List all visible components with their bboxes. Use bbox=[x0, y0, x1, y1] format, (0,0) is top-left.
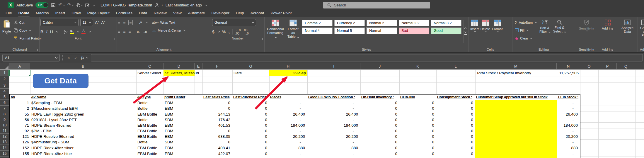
cell-D11[interactable]: EBM bbox=[163, 128, 195, 134]
cell-B9[interactable]: 0291881- Lysol 28oz PET bbox=[30, 117, 137, 123]
cell-I7[interactable]: - bbox=[307, 106, 361, 111]
cell-F9[interactable]: 176.42 bbox=[202, 117, 233, 123]
cell-M14[interactable] bbox=[475, 145, 557, 151]
search-input[interactable]: Search bbox=[323, 2, 430, 8]
cell-I11[interactable]: - bbox=[307, 128, 361, 134]
column-header-L[interactable]: L bbox=[436, 63, 475, 69]
cell-G10[interactable]: 0 bbox=[232, 122, 270, 128]
row-header-11[interactable]: 11 bbox=[0, 128, 9, 134]
cell-M1[interactable]: Total Stock / Physical Invenotry bbox=[475, 70, 557, 76]
increase-decimal-icon[interactable]: ←.0.00 bbox=[235, 29, 241, 35]
cell-G1[interactable]: Date bbox=[232, 70, 269, 76]
cell-F13[interactable]: 0 bbox=[202, 139, 233, 145]
cell-F5[interactable]: Last sales Price bbox=[202, 94, 233, 100]
cell-A13[interactable]: 126 bbox=[9, 139, 30, 145]
cell-K11[interactable]: 0 bbox=[399, 128, 437, 134]
column-header-C[interactable]: C bbox=[136, 63, 163, 69]
cell-N12[interactable]: 20,200 bbox=[557, 134, 580, 140]
cell-B7[interactable]: $Maschinenstillstand EBM bbox=[30, 106, 137, 111]
cell-G6[interactable]: 0 bbox=[232, 100, 270, 106]
style-item-normal-2-2[interactable]: Normal 2 2 bbox=[399, 20, 429, 26]
paste-button[interactable]: Paste bbox=[1, 18, 12, 46]
cell-E12[interactable] bbox=[195, 134, 203, 140]
accounting-format-button[interactable]: $ bbox=[212, 30, 214, 34]
bold-button[interactable]: B bbox=[40, 30, 43, 34]
cell-A16[interactable] bbox=[9, 157, 30, 158]
addins-button[interactable]: Add-ins bbox=[600, 18, 615, 46]
cell-F15[interactable]: 422.07 bbox=[202, 151, 233, 157]
cell-E9[interactable] bbox=[195, 117, 203, 123]
cell-L14[interactable]: 0 bbox=[436, 145, 476, 151]
font-size-select[interactable]: 11 bbox=[80, 19, 93, 26]
tab-developer[interactable]: Developer bbox=[208, 10, 233, 16]
row-header-3[interactable]: 3 bbox=[0, 82, 9, 89]
style-item-normal-5[interactable]: Normal 5 bbox=[334, 28, 365, 34]
cell-J11[interactable]: 0 bbox=[360, 128, 400, 134]
cell-B13[interactable]: $Abmusterung - SBM bbox=[30, 139, 137, 145]
styles-gallery-scroll[interactable] bbox=[463, 20, 467, 43]
cell-C13[interactable]: Bottle bbox=[136, 139, 164, 145]
cell-G11[interactable]: 0 bbox=[232, 128, 270, 134]
increase-indent-icon[interactable]: ⇥ bbox=[143, 30, 147, 34]
save-icon[interactable] bbox=[51, 3, 56, 7]
cell-N10[interactable]: 184,000 bbox=[557, 122, 580, 128]
cell-H7[interactable]: - bbox=[269, 106, 308, 111]
cell-B5[interactable]: AV Name bbox=[30, 94, 137, 100]
style-item-normal[interactable]: Normal bbox=[367, 28, 397, 34]
cell-G16[interactable] bbox=[232, 157, 270, 158]
row-header-16[interactable]: 16 bbox=[0, 157, 9, 158]
cell-J5[interactable]: On-Hold Inventory : bbox=[360, 94, 400, 100]
cell-N16[interactable] bbox=[557, 157, 580, 158]
touch-mode-icon[interactable] bbox=[76, 3, 83, 7]
copy-button[interactable]: Copy bbox=[12, 27, 43, 34]
align-middle-icon[interactable]: ≡ bbox=[123, 20, 125, 25]
row-header-2[interactable]: 2 bbox=[0, 76, 9, 82]
cell-N5[interactable]: TT in Stock : bbox=[557, 94, 580, 100]
cell-L6[interactable]: 0 bbox=[436, 100, 476, 106]
tab-formulas[interactable]: Formulas bbox=[113, 10, 136, 16]
cut-button[interactable]: Cut bbox=[12, 19, 43, 26]
font-dialog-launcher-icon[interactable] bbox=[113, 38, 115, 40]
wrap-text-button[interactable]: ab↩Wrap Text bbox=[150, 19, 187, 26]
cell-F6[interactable]: 0 bbox=[202, 100, 233, 106]
cell-M16[interactable] bbox=[475, 157, 557, 158]
row-header-15[interactable]: 15 bbox=[0, 151, 9, 157]
cell-F12[interactable]: 638.05 bbox=[202, 134, 233, 140]
cell-E14[interactable] bbox=[195, 145, 203, 151]
cell-L15[interactable]: 0 bbox=[436, 151, 476, 157]
column-header-G[interactable]: G bbox=[232, 63, 269, 69]
cell-F7[interactable]: 0 bbox=[202, 106, 233, 111]
cell-N6[interactable]: - bbox=[557, 100, 580, 106]
cell-I9[interactable]: - bbox=[307, 117, 361, 123]
format-as-table-button[interactable]: Format asTable bbox=[285, 18, 301, 46]
underline-button[interactable]: U bbox=[50, 30, 53, 34]
column-header-N[interactable]: N bbox=[557, 63, 580, 69]
cell-L5[interactable]: Consignment Stock : bbox=[436, 94, 476, 100]
cell-L11[interactable]: 0 bbox=[436, 128, 476, 134]
style-item-good[interactable]: Good bbox=[431, 28, 461, 34]
cell-C16[interactable] bbox=[136, 157, 164, 158]
column-header-B[interactable]: B bbox=[30, 63, 136, 69]
font-color-button[interactable]: A bbox=[81, 30, 86, 34]
cell-E10[interactable] bbox=[195, 122, 203, 128]
adobe-create-pdf-button[interactable]: Creaa PD bbox=[639, 18, 644, 46]
name-box[interactable]: A1 bbox=[2, 54, 60, 61]
quick-access-chevron-icon[interactable] bbox=[93, 4, 95, 6]
column-header-F[interactable]: F bbox=[202, 63, 232, 69]
cell-D5[interactable]: profit Center bbox=[163, 94, 195, 100]
style-item-normal-2[interactable]: Normal 2 bbox=[367, 20, 397, 26]
cell-I13[interactable]: - bbox=[307, 139, 361, 145]
row-header-6[interactable]: 6 bbox=[0, 100, 9, 106]
cell-B10[interactable]: HDPE Steam 48oz red bbox=[30, 122, 137, 128]
cell-E16[interactable] bbox=[195, 157, 203, 158]
column-header-Q[interactable]: Q bbox=[617, 63, 635, 69]
cell-D1[interactable]: St. Peters, Missouri bbox=[163, 70, 195, 76]
borders-button[interactable] bbox=[61, 30, 67, 34]
cell-G8[interactable]: 0 bbox=[232, 111, 270, 117]
cell-I16[interactable] bbox=[307, 157, 361, 158]
cell-J12[interactable]: 0 bbox=[360, 134, 400, 140]
cell-C10[interactable]: EBM Bottle bbox=[136, 122, 164, 128]
cell-C15[interactable]: EBM Bottle bbox=[136, 151, 164, 157]
cell-A7[interactable]: 2 bbox=[9, 106, 30, 111]
cell-F11[interactable]: 0 bbox=[202, 128, 233, 134]
